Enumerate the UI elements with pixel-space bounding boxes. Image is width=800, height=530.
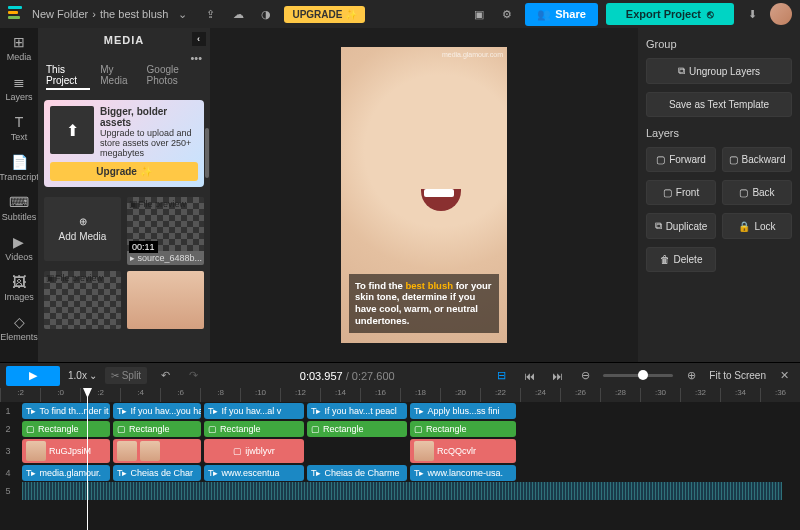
- download-icon[interactable]: ⬇: [742, 4, 762, 24]
- more-icon[interactable]: •••: [38, 52, 210, 64]
- tab-google-photos[interactable]: Google Photos: [147, 64, 202, 90]
- gear-icon[interactable]: ⚙: [497, 4, 517, 24]
- upgrade-promo: ⬆ Bigger, bolder assetsUpgrade to upload…: [44, 100, 204, 187]
- text-clip[interactable]: T▸ Cheias de Char: [113, 465, 201, 481]
- file-preview: ▣File preview: [44, 271, 121, 329]
- snap-icon[interactable]: ⊟: [491, 366, 511, 386]
- tool-transcript[interactable]: 📄Transcript: [0, 154, 39, 182]
- text-icon: T▸: [26, 406, 37, 416]
- back-button[interactable]: ▢Back: [722, 180, 792, 205]
- zoom-slider[interactable]: [603, 374, 673, 377]
- text-icon: T▸: [117, 406, 128, 416]
- playhead[interactable]: [87, 388, 88, 530]
- transcript-icon: 📄: [11, 154, 28, 170]
- media-item[interactable]: [127, 271, 204, 329]
- track-5: 5: [0, 482, 800, 500]
- tab-this-project[interactable]: This Project: [46, 64, 90, 90]
- caption-overlay[interactable]: To find the best blush for your skin ton…: [349, 274, 499, 334]
- breadcrumb-project[interactable]: the best blush: [100, 8, 169, 20]
- video-clip[interactable]: ▢ ijwblyvr: [204, 439, 304, 463]
- avatar[interactable]: [770, 3, 792, 25]
- text-clip[interactable]: T▸ www.lancome-usa.: [410, 465, 516, 481]
- lock-icon: 🔒: [738, 221, 750, 232]
- lock-button[interactable]: 🔒Lock: [722, 213, 792, 239]
- rect-clip[interactable]: ▢ Rectangle: [22, 421, 110, 437]
- text-clip[interactable]: T▸Apply blus...ss fini: [410, 403, 516, 419]
- text-clip[interactable]: T▸ Cheias de Charme: [307, 465, 407, 481]
- close-icon[interactable]: ✕: [774, 366, 794, 386]
- video-clip[interactable]: [113, 439, 201, 463]
- present-icon[interactable]: ▣: [469, 4, 489, 24]
- media-tabs: This Project My Media Google Photos: [38, 64, 210, 96]
- breadcrumb-folder[interactable]: New Folder: [32, 8, 88, 20]
- split-button[interactable]: ✂ Split: [105, 367, 147, 384]
- track-3: 3 RuGJpsiM ▢ ijwblyvr RcQQcvlr: [0, 438, 800, 464]
- save-template-button[interactable]: Save as Text Template: [646, 92, 792, 117]
- zoom-knob[interactable]: [638, 370, 648, 380]
- share-button[interactable]: 👥Share: [525, 3, 598, 26]
- time-ruler[interactable]: :2:0:2:4:6:8:10:12:14:16:18:20:22:24:26:…: [0, 388, 800, 402]
- speed-selector[interactable]: 1.0x⌄: [68, 370, 97, 381]
- forward-button[interactable]: ▢Forward: [646, 147, 716, 172]
- rect-clip[interactable]: ▢ Rectangle: [204, 421, 304, 437]
- video-clip[interactable]: RuGJpsiM: [22, 439, 110, 463]
- backward-icon: ▢: [729, 154, 738, 165]
- plus-icon: ⊕: [79, 216, 87, 227]
- scrollbar-thumb[interactable]: [205, 128, 209, 178]
- tab-my-media[interactable]: My Media: [100, 64, 136, 90]
- cloud-icon[interactable]: ☁: [228, 4, 248, 24]
- tool-images[interactable]: 🖼Images: [4, 274, 34, 302]
- face-thumbnail: [127, 271, 204, 329]
- audio-waveform[interactable]: [22, 482, 782, 500]
- duplicate-button[interactable]: ⧉Duplicate: [646, 213, 716, 239]
- app-logo[interactable]: [8, 6, 24, 22]
- delete-button[interactable]: 🗑Delete: [646, 247, 716, 272]
- fit-to-screen-button[interactable]: Fit to Screen: [709, 370, 766, 381]
- tool-videos[interactable]: ▶Videos: [5, 234, 32, 262]
- collapse-icon[interactable]: ‹: [192, 32, 206, 46]
- add-media-button[interactable]: ⊕Add Media: [44, 197, 121, 261]
- zoom-out-icon[interactable]: ⊖: [575, 366, 595, 386]
- rect-clip[interactable]: ▢ Rectangle: [113, 421, 201, 437]
- tool-text[interactable]: TText: [11, 114, 28, 142]
- tool-layers[interactable]: ≣Layers: [5, 74, 32, 102]
- timeline[interactable]: :2:0:2:4:6:8:10:12:14:16:18:20:22:24:26:…: [0, 388, 800, 530]
- ungroup-button[interactable]: ⧉Ungroup Layers: [646, 58, 792, 84]
- chevron-down-icon[interactable]: ⌄: [172, 4, 192, 24]
- text-clip[interactable]: T▸ media.glamour.: [22, 465, 110, 481]
- undo-icon[interactable]: ↶: [155, 366, 175, 386]
- tool-subtitles[interactable]: ⌨Subtitles: [2, 194, 37, 222]
- media-item[interactable]: ▣File preview: [44, 271, 121, 329]
- share-link-icon[interactable]: ⇪: [200, 4, 220, 24]
- text-clip[interactable]: T▸If you hav...al v: [204, 403, 304, 419]
- front-button[interactable]: ▢Front: [646, 180, 716, 205]
- videos-icon: ▶: [13, 234, 24, 250]
- text-clip[interactable]: T▸To find th...nder it: [22, 403, 110, 419]
- rect-clip[interactable]: ▢ Rectangle: [410, 421, 516, 437]
- text-clip[interactable]: T▸If you hav...you ha: [113, 403, 201, 419]
- backward-button[interactable]: ▢Backward: [722, 147, 792, 172]
- upgrade-button[interactable]: UPGRADE ✨: [284, 6, 365, 23]
- clip-thumbnail: [414, 441, 434, 461]
- rect-clip[interactable]: ▢ Rectangle: [307, 421, 407, 437]
- media-item[interactable]: ▣File preview 00:11 ▸ source_6488b...: [127, 197, 204, 265]
- media-panel: MEDIA ‹ ••• This Project My Media Google…: [38, 28, 210, 362]
- bulb-icon[interactable]: ◑: [256, 4, 276, 24]
- media-grid: ⊕Add Media ▣File preview 00:11 ▸ source_…: [38, 191, 210, 335]
- text-clip[interactable]: T▸ www.escentua: [204, 465, 304, 481]
- play-button[interactable]: ▶: [6, 366, 60, 386]
- video-canvas[interactable]: media.glamour.com To find the best blush…: [341, 47, 507, 343]
- promo-upgrade-button[interactable]: Upgrade ✨: [50, 162, 198, 181]
- export-button[interactable]: Export Project⎋: [606, 3, 734, 25]
- back-icon: ▢: [739, 187, 748, 198]
- layers-icon: ≣: [13, 74, 25, 90]
- tool-media[interactable]: ⊞Media: [7, 34, 32, 62]
- skip-start-icon[interactable]: ⏮: [519, 366, 539, 386]
- images-icon: 🖼: [12, 274, 26, 290]
- text-clip[interactable]: T▸If you hav...t peacl: [307, 403, 407, 419]
- video-clip[interactable]: RcQQcvlr: [410, 439, 516, 463]
- zoom-in-icon[interactable]: ⊕: [681, 366, 701, 386]
- tool-elements[interactable]: ◇Elements: [0, 314, 38, 342]
- skip-end-icon[interactable]: ⏭: [547, 366, 567, 386]
- redo-icon[interactable]: ↷: [183, 366, 203, 386]
